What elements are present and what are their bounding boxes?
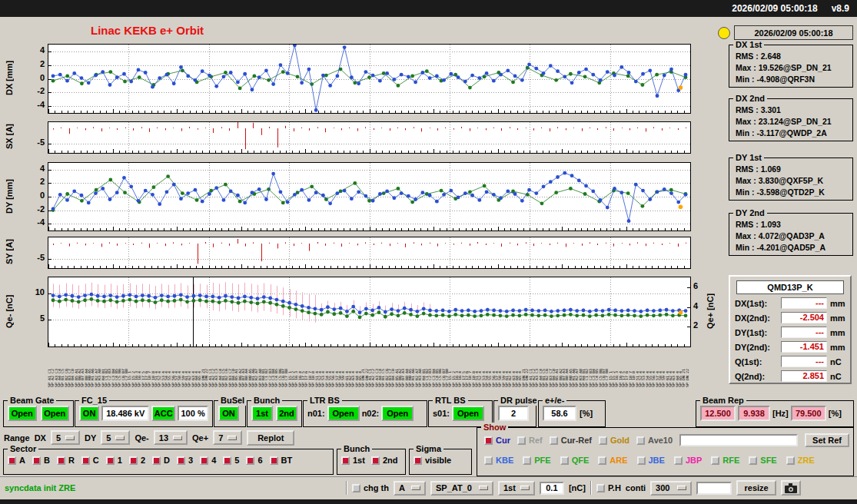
sector-checkbox-a[interactable]: A — [8, 456, 25, 465]
bpm-name: SP_R3_A8 — [98, 347, 101, 387]
page-title: Linac KEKB e+ Orbit — [91, 24, 204, 37]
range-dy-dropdown[interactable]: 5 — [101, 430, 130, 445]
dx-plot-canvas — [48, 44, 691, 114]
replot-button[interactable]: Replot — [247, 430, 294, 446]
stat-line: Max : 3.830@QXF5P_K — [736, 175, 852, 186]
bpm-name: SP_DN_22 — [525, 347, 528, 387]
show-checkbox-qfe[interactable]: QFE — [560, 456, 590, 465]
stat-box-title: DY 2nd — [733, 208, 767, 218]
magnet-row: Q(1st):---nC — [735, 356, 845, 367]
stat-line: RMS : 1.093 — [736, 219, 852, 230]
range-qe-minus-label: Qe- — [135, 433, 148, 443]
show-checkbox-cur[interactable]: Cur — [484, 436, 510, 445]
bunch-checkbox-1st[interactable]: 1st — [341, 456, 365, 465]
magnet-row-label: DY(1st): — [735, 328, 778, 337]
show-checkbox-pfe[interactable]: PFE — [523, 456, 550, 465]
sector-checkbox-3[interactable]: 3 — [177, 456, 193, 465]
dropdown-indicator-icon — [115, 436, 125, 440]
busel-on-button[interactable]: ON — [218, 406, 239, 421]
sector-checkbox-d[interactable]: D — [152, 456, 170, 465]
sector-checkbox-2[interactable]: 2 — [129, 456, 145, 465]
beam-rep-value2-field[interactable]: 9.938 — [738, 406, 770, 421]
dr-pulse-field[interactable]: 2 — [498, 406, 529, 421]
resize-button[interactable]: resize — [736, 480, 776, 496]
sector-checkbox-6[interactable]: 6 — [246, 456, 262, 465]
rtl-s01-open-button[interactable]: Open — [452, 406, 484, 421]
show-checkbox-sfe[interactable]: SFE — [749, 456, 776, 465]
bunch-1st-button[interactable]: 1st — [251, 406, 273, 421]
sector-checkbox-1[interactable]: 1 — [106, 456, 122, 465]
range-qe-plus-value: 7 — [218, 433, 223, 443]
q-ytick-label: 5 — [17, 313, 45, 323]
sector-checkbox-label: D — [164, 456, 170, 465]
beam-rep-value1-field[interactable]: 12.500 — [700, 406, 736, 421]
set-ref-button[interactable]: Set Ref — [805, 433, 849, 447]
bunch-checkbox-2nd[interactable]: 2nd — [371, 456, 398, 465]
bunch-dropdown[interactable]: 1st — [498, 481, 535, 496]
show-checkbox-label: JBE — [649, 456, 665, 465]
sy-plot-canvas — [48, 237, 691, 269]
camera-button[interactable] — [781, 480, 801, 496]
show-checkbox-kbe[interactable]: KBE — [484, 456, 513, 465]
show-checkbox-label: PFE — [534, 456, 550, 465]
sector-checkbox-bt[interactable]: BT — [270, 456, 293, 465]
ltr-n01-open-button[interactable]: Open — [327, 406, 360, 421]
dx-ytick-label: -4 — [17, 100, 45, 109]
eplus-eminus-field[interactable]: 58.6 — [543, 406, 576, 421]
chg-th-checkbox[interactable]: chg th — [352, 483, 389, 492]
magnet-row-value: -2.504 — [781, 312, 827, 323]
sector-checkbox-5[interactable]: 5 — [223, 456, 239, 465]
fc15-voltage-field[interactable]: 18.486 kV — [101, 406, 149, 421]
sector-checkbox-4[interactable]: 4 — [200, 456, 216, 465]
stat-box-title: DX 2nd — [733, 94, 767, 104]
conti-label[interactable]: conti — [626, 483, 646, 492]
range-dx-dropdown[interactable]: 5 — [51, 430, 80, 445]
beam-rep-value3-field[interactable]: 79.500 — [791, 406, 826, 421]
show-ref-field[interactable] — [679, 434, 798, 446]
ph-checkbox[interactable]: P.H — [596, 483, 621, 492]
sector-checkbox-c[interactable]: C — [81, 456, 99, 465]
bpm-name: SP_DN_21 — [361, 347, 364, 387]
fc15-percent-field[interactable]: 100 % — [178, 406, 208, 421]
show-checkbox-ave10[interactable]: Ave10 — [636, 436, 673, 445]
section-dropdown[interactable]: A — [394, 481, 426, 496]
magnet-row-value: 2.851 — [781, 370, 827, 382]
show-checkbox-are[interactable]: ARE — [598, 456, 627, 465]
dy-ytick-label: -2 — [17, 204, 45, 214]
bunch-2nd-button[interactable]: 2nd — [276, 406, 297, 421]
beam-gate-open1-button[interactable]: Open — [8, 406, 37, 421]
threshold-field[interactable]: 0.1 — [540, 482, 564, 495]
show-checkbox-jbe[interactable]: JBE — [637, 456, 665, 465]
stat-box-dy-1st: DY 1stRMS : 1.069Max : 3.830@QXF5P_KMin … — [729, 158, 853, 201]
range-qe-minus-dropdown[interactable]: 13 — [154, 430, 188, 445]
show-checkbox-jbp[interactable]: JBP — [674, 456, 702, 465]
window-bottom-edge — [0, 499, 857, 504]
show-checkbox-zre[interactable]: ZRE — [786, 456, 815, 465]
sigma-checkbox-visible[interactable]: visible — [414, 456, 451, 465]
checkbox-box — [32, 456, 41, 465]
show-checkbox-ref[interactable]: Ref — [517, 436, 543, 445]
checkbox-box — [484, 456, 493, 465]
dy-ytick-label: 4 — [17, 164, 45, 173]
sp-at-dropdown[interactable]: SP_AT_0 — [430, 481, 493, 496]
checkbox-box — [598, 456, 606, 465]
show-checkbox-cur-ref[interactable]: Cur-Ref — [550, 436, 592, 445]
beam-gate-open2-button[interactable]: Open — [41, 406, 70, 421]
bpm-name: SP_C5_B6 — [438, 347, 441, 387]
fc15-acc-button[interactable]: ACC — [151, 406, 175, 421]
show-checkbox-gold[interactable]: Gold — [599, 436, 629, 445]
separator — [346, 481, 347, 495]
sector-checkbox-b[interactable]: B — [32, 456, 50, 465]
dx-ytick-label: -2 — [17, 86, 45, 95]
ltr-n02-open-button[interactable]: Open — [381, 406, 414, 421]
points-dropdown[interactable]: 300 — [650, 481, 692, 496]
show-checkbox-rfe[interactable]: RFE — [711, 456, 739, 465]
blank-entry-field[interactable] — [696, 482, 732, 495]
sector-checkbox-r[interactable]: R — [57, 456, 75, 465]
checkbox-box — [352, 484, 360, 492]
bunch-checkbox-label: 1st — [353, 456, 365, 465]
sector-checkbox-label: BT — [281, 456, 293, 465]
magnet-row: DX(2nd):-2.504mm — [735, 312, 845, 323]
fc15-on-button[interactable]: ON — [79, 406, 99, 421]
range-qe-plus-dropdown[interactable]: 7 — [213, 430, 242, 445]
